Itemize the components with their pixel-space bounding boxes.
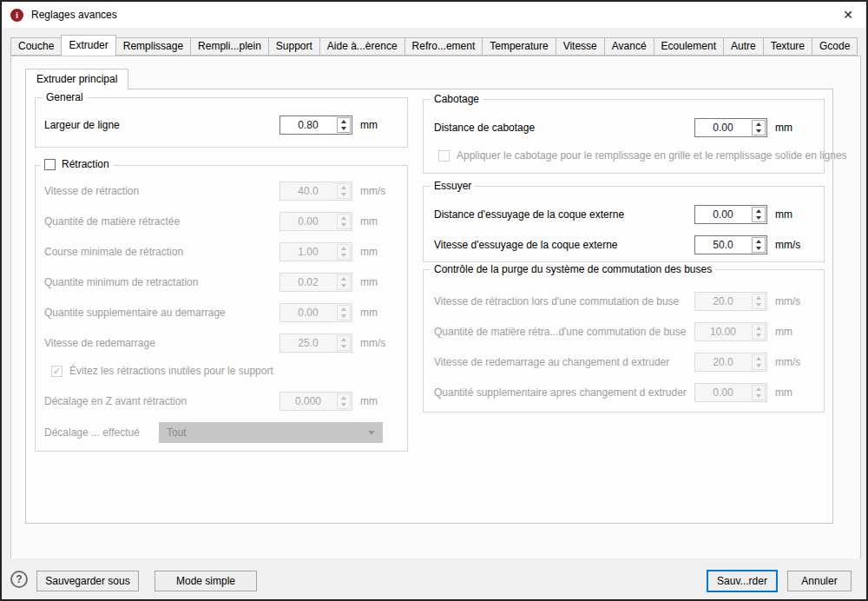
field-largeur-de-ligne: Largeur de ligne 0.80 mm <box>44 116 398 135</box>
spin-value: 1.00 <box>280 243 336 261</box>
spin-value: 0.02 <box>280 274 336 291</box>
retraction-checkbox[interactable] <box>44 159 56 170</box>
field-distance-essuyage: Distance d'essuyage de la coque externe … <box>434 205 813 224</box>
tab-remplissage-plein[interactable]: Rempli...plein <box>190 37 269 56</box>
distance-essuyage-spinbox[interactable]: 0.00 <box>694 205 767 224</box>
tab-extruder[interactable]: Extruder <box>61 35 115 56</box>
field-label: Décalage ... effectué <box>44 426 159 439</box>
unit-label: mm <box>360 246 398 258</box>
unit-label: mm <box>360 276 398 288</box>
spin-value: 40.0 <box>280 182 336 200</box>
field-quantite-supplementaire-extruder: Quantité supplementaire apres changement… <box>434 383 813 402</box>
spin-down-icon[interactable] <box>753 245 765 252</box>
quantite-supplementaire-extruder-spinbox: 0.00 <box>694 383 767 402</box>
vitesse-essuyage-spinbox[interactable]: 50.0 <box>694 235 767 254</box>
spin-up-icon <box>338 215 350 221</box>
spin-up-icon <box>338 275 350 282</box>
tab-support[interactable]: Support <box>268 37 320 56</box>
field-label: Quantite minimum de retractation <box>44 276 279 288</box>
tab-autre[interactable]: Autre <box>723 37 764 56</box>
tab-remplissage[interactable]: Remplissage <box>115 37 191 56</box>
tab-refroidissement[interactable]: Refro...ement <box>404 37 483 56</box>
tab-avance[interactable]: Avancé <box>604 37 654 56</box>
spin-value: 0.00 <box>280 304 336 321</box>
spin-down-icon[interactable] <box>753 128 765 135</box>
spin-up-icon <box>753 294 765 301</box>
spin-buttons[interactable] <box>752 120 766 135</box>
unit-label: mm/s <box>775 239 813 251</box>
help-icon[interactable]: ? <box>10 571 28 588</box>
spin-buttons[interactable] <box>752 237 766 253</box>
spin-buttons <box>337 393 351 409</box>
spin-buttons <box>752 324 766 340</box>
unit-label: mm <box>775 326 813 338</box>
decalage-effectue-dropdown: Tout <box>159 422 383 443</box>
vitesse-retraction-spinbox: 40.0 <box>279 182 352 201</box>
field-label: Distance d'essuyage de la coque externe <box>434 208 694 221</box>
window-title: Reglages avances <box>31 9 117 21</box>
tab-ecoulement[interactable]: Ecoulement <box>654 37 724 56</box>
unit-label: mm/s <box>360 337 398 349</box>
tab-texture[interactable]: Texture <box>763 37 812 56</box>
field-vitesse-redemarrage-extruder: Vitesse de redemarrage au changement d e… <box>434 353 813 372</box>
spin-down-icon <box>753 301 765 308</box>
largeur-de-ligne-spinbox[interactable]: 0.80 <box>279 116 352 135</box>
unit-label: mm <box>360 215 398 228</box>
spin-down-icon[interactable] <box>753 215 765 221</box>
tab-extruder-principal[interactable]: Extruder principal <box>25 69 128 89</box>
vitesse-redemarrage-spinbox: 25.0 <box>279 334 352 353</box>
spin-up-icon[interactable] <box>753 121 765 128</box>
spin-down-icon <box>338 191 350 198</box>
spin-up-icon[interactable] <box>338 118 350 125</box>
unit-label: mm <box>775 208 813 221</box>
tab-gcode[interactable]: Gcode <box>812 37 858 56</box>
spin-down-icon[interactable] <box>338 125 350 132</box>
spin-value[interactable]: 0.80 <box>280 116 336 134</box>
apply-cabotage-checkbox-row: Appliquer le cabotage pour le remplissag… <box>438 149 813 162</box>
distance-cabotage-spinbox[interactable]: 0.00 <box>694 118 767 137</box>
spin-value[interactable]: 0.00 <box>695 119 751 136</box>
unit-label: mm/s <box>775 356 813 368</box>
spin-down-icon <box>338 343 350 350</box>
course-minimale-spinbox: 1.00 <box>279 242 352 261</box>
field-vitesse-essuyage: Vitesse d'essuyage de la coque externe 5… <box>434 235 813 254</box>
tab-vitesse[interactable]: Vitesse <box>556 37 605 56</box>
spin-buttons[interactable] <box>337 117 351 133</box>
spin-buttons <box>752 354 766 370</box>
tab-temperature[interactable]: Temperature <box>482 37 556 56</box>
checkbox-label: Évitez les rétractions inutiles pour le … <box>69 365 273 377</box>
tab-couche[interactable]: Couche <box>10 37 62 56</box>
field-quantite-matiere-retractee: Quantité de matière rétractée 0.00 mm <box>44 212 398 231</box>
field-vitesse-retraction-commutation: Vitesse de rétraction lors d'une commuta… <box>434 292 813 311</box>
spin-up-icon <box>753 355 765 362</box>
spin-buttons[interactable] <box>752 207 766 222</box>
cancel-button[interactable]: Annuler <box>787 571 852 591</box>
spin-up-icon <box>753 386 765 393</box>
simple-mode-button[interactable]: Mode simple <box>155 571 257 591</box>
field-label: Course minimale de rétraction <box>44 246 279 258</box>
spin-down-icon <box>338 252 350 259</box>
spin-value[interactable]: 0.00 <box>695 206 751 223</box>
spin-up-icon[interactable] <box>753 208 765 215</box>
spin-down-icon <box>338 401 350 408</box>
tab-aide-adherence[interactable]: Aide à...èrence <box>319 37 405 56</box>
group-general: General Largeur de ligne 0.80 mm <box>35 97 408 148</box>
spin-buttons <box>752 385 766 400</box>
field-quantite-matiere-commutation: Quantité de matière rétra...d'une commut… <box>434 322 813 341</box>
unit-label: mm <box>360 119 398 131</box>
spin-value[interactable]: 50.0 <box>695 236 751 254</box>
field-quantite-supplementaire: Quantite supplementaire au demarrage 0.0… <box>44 303 398 322</box>
save-button[interactable]: Sauv...rder <box>707 570 778 592</box>
spin-up-icon[interactable] <box>753 238 765 245</box>
field-vitesse-redemarrage: Vitesse de redemarrage 25.0 mm/s <box>44 334 398 353</box>
group-general-title: General <box>43 91 87 104</box>
spin-down-icon <box>753 362 765 369</box>
save-as-button[interactable]: Sauvegarder sous <box>36 571 139 591</box>
field-course-minimale: Course minimale de rétraction 1.00 mm <box>44 242 398 261</box>
group-retraction-header: Rétraction <box>40 158 114 170</box>
field-label: Quantité supplementaire apres changement… <box>434 386 694 399</box>
spin-value: 20.0 <box>695 353 751 371</box>
title-bar: i Reglages avances ✕ <box>2 2 866 28</box>
close-icon[interactable]: ✕ <box>830 2 866 28</box>
spin-value: 20.0 <box>695 293 751 310</box>
